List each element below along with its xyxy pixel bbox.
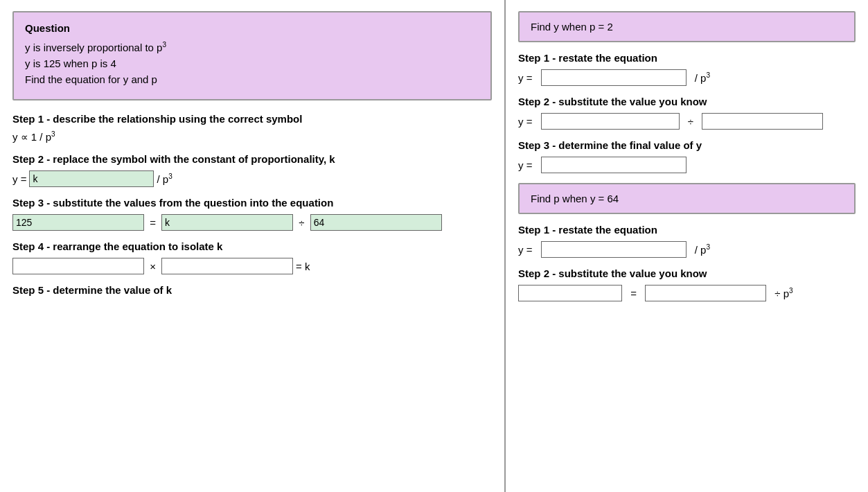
right-find1-step2-input1[interactable] (541, 113, 680, 130)
question-line3: Find the equation for y and p (25, 73, 479, 85)
right-find2-step1-heading: Step 1 - restate the equation (518, 224, 856, 236)
right-find1-step2-symbol: ÷ (688, 116, 693, 128)
question-line1: y is inversely proportional to p3 (25, 41, 479, 53)
right-find1-step2-prefix: y = (518, 116, 532, 128)
left-step3-val1-input[interactable] (12, 214, 144, 231)
right-find1-step3-heading: Step 3 - determine the final value of y (518, 139, 856, 151)
right-find1-step1-input[interactable] (541, 69, 687, 86)
right-find2-step2-input2[interactable] (645, 285, 766, 301)
right-find2-step2-symbol: = (630, 288, 637, 299)
left-step3-val2-input[interactable] (161, 214, 293, 231)
right-panel: Find y when p = 2 Step 1 - restate the e… (506, 0, 868, 492)
find1-label: Find y when p = 2 (531, 21, 613, 33)
right-find2-step2: Step 2 - substitute the value you know =… (518, 267, 856, 301)
right-find1-step2-math: y = ÷ (518, 113, 856, 130)
right-find1-step3-math: y = (518, 157, 856, 173)
right-find1-step2-input2[interactable] (702, 113, 823, 130)
right-find1-step1-suffix: / p3 (695, 71, 710, 84)
left-step4-math: × = k (12, 258, 492, 274)
right-find2-step1-math: y = / p3 (518, 241, 856, 258)
right-find2-step1: Step 1 - restate the equation y = / p3 (518, 224, 856, 258)
question-box: Question y is inversely proportional to … (12, 11, 492, 100)
left-step4-input1[interactable] (12, 258, 144, 274)
right-find2-step2-input1[interactable] (518, 285, 622, 301)
left-step4-suffix: = k (296, 261, 310, 272)
find2-label: Find p when y = 64 (531, 193, 619, 204)
left-step3-heading: Step 3 - substitute the values from the … (12, 197, 492, 209)
left-step2: Step 2 - replace the symbol with the con… (12, 153, 492, 187)
right-find2-step1-prefix: y = (518, 244, 532, 256)
left-step3-math: = ÷ (12, 214, 492, 231)
question-title: Question (25, 22, 479, 34)
left-step5: Step 5 - determine the value of k (12, 284, 492, 296)
right-find1-step3-prefix: y = (518, 159, 532, 171)
right-find2-step2-suffix: ÷ p3 (774, 287, 792, 299)
left-panel: Question y is inversely proportional to … (0, 0, 506, 492)
left-step4-times: × (147, 261, 159, 272)
right-find1-step1: Step 1 - restate the equation y = / p3 (518, 52, 856, 86)
right-find1-step1-math: y = / p3 (518, 69, 856, 86)
left-step4: Step 4 - rearrange the equation to isola… (12, 240, 492, 274)
right-find1-step3-input[interactable] (541, 157, 687, 173)
left-step4-input2[interactable] (161, 258, 293, 274)
left-step2-k-input[interactable] (29, 170, 154, 187)
right-find2-step2-math: = ÷ p3 (518, 285, 856, 301)
right-find2-step1-suffix: / p3 (695, 243, 710, 256)
find2-box: Find p when y = 64 (518, 183, 856, 214)
right-find1-step2-heading: Step 2 - substitute the value you know (518, 96, 856, 107)
left-step3-equals: = (147, 217, 159, 229)
left-step2-prefix: y = (12, 173, 26, 185)
right-find1-step1-heading: Step 1 - restate the equation (518, 52, 856, 64)
left-step3-div-symbol: ÷ (296, 217, 308, 229)
left-step1-math-text: y ∝ 1 / p3 (12, 130, 55, 143)
right-find2-step2-heading: Step 2 - substitute the value you know (518, 267, 856, 279)
right-find2-step1-input[interactable] (541, 241, 687, 258)
left-step2-heading: Step 2 - replace the symbol with the con… (12, 153, 492, 165)
right-find1-step1-prefix: y = (518, 72, 532, 84)
right-find1-step2: Step 2 - substitute the value you know y… (518, 96, 856, 130)
left-step3-val3-input[interactable] (310, 214, 442, 231)
right-find1-step3: Step 3 - determine the final value of y … (518, 139, 856, 173)
question-line2: y is 125 when p is 4 (25, 58, 479, 69)
left-step5-heading: Step 5 - determine the value of k (12, 284, 492, 296)
left-step2-suffix: / p3 (157, 173, 172, 185)
left-step4-heading: Step 4 - rearrange the equation to isola… (12, 240, 492, 252)
left-step1-math: y ∝ 1 / p3 (12, 130, 492, 143)
left-step3: Step 3 - substitute the values from the … (12, 197, 492, 231)
find1-box: Find y when p = 2 (518, 11, 856, 42)
left-step2-math: y = / p3 (12, 170, 492, 187)
left-step1-heading: Step 1 - describe the relationship using… (12, 113, 492, 125)
left-step1: Step 1 - describe the relationship using… (12, 113, 492, 143)
